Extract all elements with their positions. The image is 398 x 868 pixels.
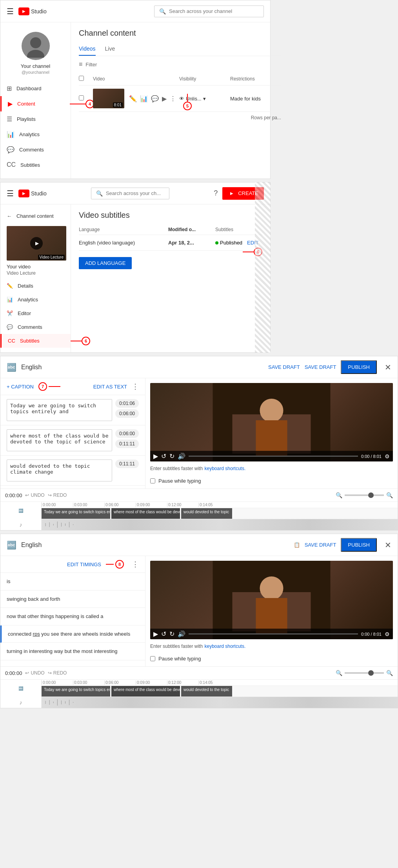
caption-text-2[interactable]: where most of the class would be devoted… bbox=[7, 429, 112, 451]
details-label: Details bbox=[18, 283, 33, 289]
mute4-button[interactable]: 🔊 bbox=[178, 630, 185, 638]
editor-icon: ✂️ bbox=[7, 310, 13, 316]
ruler4-mark-5: 0:14:05 bbox=[198, 680, 230, 685]
sidebar-item-comments[interactable]: 💬 Comments bbox=[0, 142, 71, 157]
analytics-row-icon[interactable]: 📊 bbox=[140, 95, 148, 102]
avatar bbox=[22, 32, 50, 60]
settings-icon[interactable]: ⚙ bbox=[385, 453, 390, 460]
settings4-icon[interactable]: ⚙ bbox=[385, 631, 390, 637]
edit-timings-button[interactable]: EDIT TIMINGS bbox=[67, 562, 101, 567]
sidebar2-details[interactable]: ✏️ Details bbox=[0, 279, 71, 293]
sidebar2-comments[interactable]: 💬 Comments bbox=[0, 320, 71, 334]
redo4-button[interactable]: ↪ REDO bbox=[48, 670, 67, 676]
sidebar-item-playlists[interactable]: ☰ Playlists bbox=[0, 111, 71, 127]
sidebar-label-comments: Comments bbox=[19, 147, 44, 153]
more-options-captions-icon[interactable]: ⋮ bbox=[132, 382, 139, 391]
publish-button[interactable]: PUBLISH bbox=[341, 360, 377, 374]
main-content-section1: Channel content Videos Live ≡ Filter Vid… bbox=[71, 22, 289, 179]
pause-checkbox[interactable] bbox=[150, 478, 155, 483]
comment-row-icon[interactable]: 💬 bbox=[151, 95, 159, 102]
zoom-slider4[interactable] bbox=[345, 672, 384, 674]
sidebar-item-content[interactable]: ▶ Content 4 bbox=[0, 96, 71, 111]
youtube2-icon bbox=[18, 190, 29, 197]
tab-bar: Videos Live bbox=[79, 42, 281, 56]
timeline-area-section4: 🔤 0:00:00 0:03:00 0:06:00 0:09:00 0:12:0… bbox=[0, 680, 398, 708]
publish4-button[interactable]: PUBLISH bbox=[341, 538, 377, 552]
undo4-button[interactable]: ↩ UNDO bbox=[25, 670, 44, 676]
modified-cell: Apr 18, 2... bbox=[168, 240, 215, 246]
mute-button[interactable]: 🔊 bbox=[178, 452, 185, 460]
back-nav[interactable]: ← Channel content bbox=[0, 209, 71, 223]
content-icon: ▶ bbox=[8, 100, 13, 108]
tab-live[interactable]: Live bbox=[105, 42, 115, 56]
main-layout2: ← Channel content Video Lecture Your vid… bbox=[0, 204, 270, 352]
zoom-slider[interactable] bbox=[345, 494, 384, 496]
caption-block-3: would devoted to the topic bbox=[181, 508, 232, 519]
undo-button[interactable]: ↩ UNDO bbox=[25, 492, 44, 498]
search2-input[interactable] bbox=[106, 190, 164, 196]
ruler-mark-0: 0:00:00 bbox=[42, 503, 73, 507]
progress-bar4[interactable] bbox=[189, 633, 358, 635]
restriction-text: Made for kids bbox=[230, 96, 261, 102]
progress-bar[interactable] bbox=[189, 456, 358, 457]
zoom-out-icon[interactable]: 🔍 bbox=[336, 492, 342, 498]
video-subtitles-title: Video subtitles bbox=[79, 211, 262, 220]
redo-button[interactable]: ↪ REDO bbox=[48, 492, 67, 498]
col-visibility-header: Visibility bbox=[179, 76, 230, 82]
more-options4-icon[interactable]: ⋮ bbox=[132, 560, 139, 569]
zoom-out4-icon[interactable]: 🔍 bbox=[336, 670, 342, 676]
caption-text-3[interactable]: would devoted to the topic climate chang… bbox=[7, 460, 112, 481]
save-draft-button[interactable]: SAVE DRAFT bbox=[268, 364, 300, 370]
rewind4-button[interactable]: ↺ bbox=[161, 630, 166, 638]
playlists-icon: ☰ bbox=[7, 115, 12, 123]
zoom-in4-icon[interactable]: 🔍 bbox=[386, 670, 393, 676]
save-draft4-button[interactable]: 📋 bbox=[294, 542, 300, 548]
ruler-mark-4: 0:12:00 bbox=[167, 503, 198, 507]
sidebar2-editor[interactable]: ✂️ Editor bbox=[0, 306, 71, 320]
close4-icon[interactable]: ✕ bbox=[385, 540, 391, 550]
caption-entry-2: where most of the class would be devoted… bbox=[0, 425, 145, 456]
text-caption-connected: connected rps you see there are wheels i… bbox=[0, 625, 145, 643]
search-bar2[interactable]: 🔍 bbox=[91, 188, 169, 199]
subtitles2-label: Subtitles bbox=[20, 338, 40, 344]
col-language-header: Language bbox=[79, 227, 168, 232]
youtube-icon bbox=[18, 7, 29, 15]
caption-text-1[interactable]: Today we are going to switch topics enti… bbox=[7, 399, 112, 421]
edit-icon[interactable]: ✏️ bbox=[129, 95, 137, 102]
search-input[interactable] bbox=[169, 8, 259, 14]
help-icon[interactable]: ? bbox=[214, 189, 218, 197]
sidebar2-subtitles[interactable]: CC Subtitles 6 bbox=[0, 334, 71, 348]
play-overlay[interactable] bbox=[30, 237, 43, 250]
search-bar[interactable]: 🔍 bbox=[154, 5, 264, 17]
tab-videos[interactable]: Videos bbox=[79, 42, 96, 56]
add-caption-button[interactable]: + CAPTION bbox=[7, 384, 34, 390]
forward-button[interactable]: ↻ bbox=[169, 452, 174, 460]
select-all-checkbox[interactable] bbox=[79, 76, 84, 81]
zoom-control: 🔍 🔍 bbox=[336, 492, 393, 498]
play-button[interactable]: ▶ bbox=[153, 452, 158, 460]
rewind-button[interactable]: ↺ bbox=[161, 452, 166, 460]
hamburger2-icon[interactable]: ☰ bbox=[7, 189, 14, 198]
col-restrictions-header: Restrictions bbox=[230, 76, 281, 82]
sidebar-item-dashboard[interactable]: ⊞ Dashboard bbox=[0, 81, 71, 96]
keyboard-shortcuts4-link[interactable]: keyboard shortcuts. bbox=[205, 644, 246, 649]
zoom-in-icon[interactable]: 🔍 bbox=[386, 492, 393, 498]
youtube-row-icon[interactable]: ▶ bbox=[162, 95, 167, 102]
hamburger-icon[interactable]: ☰ bbox=[7, 7, 14, 16]
close-icon[interactable]: ✕ bbox=[385, 363, 391, 372]
more-options-icon[interactable]: ⋮ bbox=[170, 95, 176, 102]
play4-button[interactable]: ▶ bbox=[153, 630, 158, 638]
visibility-dropdown-icon[interactable]: ▾ bbox=[203, 96, 206, 102]
sidebar-item-subtitles[interactable]: CC Subtitles bbox=[0, 157, 71, 172]
main-content-section2: Video subtitles Language Modified o... S… bbox=[71, 204, 270, 352]
save-draft-label[interactable]: SAVE DRAFT bbox=[305, 364, 336, 370]
sidebar2-analytics[interactable]: 📊 Analytics bbox=[0, 293, 71, 306]
edit-as-text-button[interactable]: EDIT AS TEXT bbox=[93, 384, 127, 390]
pause-checkbox4[interactable] bbox=[150, 656, 155, 661]
video-subtitle-label: Video Lecture bbox=[0, 270, 71, 279]
add-language-button[interactable]: ADD LANGUAGE bbox=[79, 257, 132, 269]
keyboard-shortcuts-link[interactable]: keyboard shortcuts. bbox=[205, 466, 246, 471]
save-draft4-label[interactable]: SAVE DRAFT bbox=[305, 542, 336, 548]
sidebar-item-analytics[interactable]: 📊 Analytics bbox=[0, 127, 71, 142]
forward4-button[interactable]: ↻ bbox=[169, 630, 174, 638]
